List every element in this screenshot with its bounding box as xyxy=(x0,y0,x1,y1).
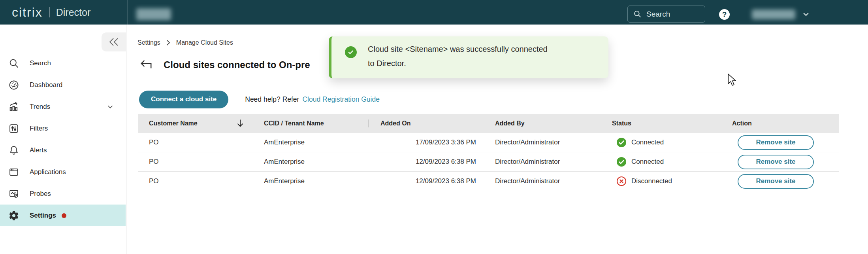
table-row: PO AmEnterprise 12/09/2023 6:38 PM Direc… xyxy=(138,172,839,191)
topbar-divider-right xyxy=(743,0,743,25)
sidebar-item-label: Applications xyxy=(30,168,66,176)
chevron-right-icon xyxy=(165,40,171,46)
filters-icon xyxy=(8,123,20,135)
cell-action: Remove site xyxy=(716,135,839,150)
sidebar-item-dashboard[interactable]: Dashboard xyxy=(0,74,126,96)
cloud-sites-table: Customer Name CCID / Tenant Name Added O… xyxy=(138,114,839,191)
settings-icon xyxy=(8,210,20,222)
settings-notification-dot xyxy=(62,213,66,218)
help-icon[interactable]: ? xyxy=(719,9,730,20)
cell-action: Remove site xyxy=(716,155,839,169)
citrix-director-app: citrix Director Search ? xyxy=(0,0,868,254)
cell-added-on: 12/09/2023 6:38 PM xyxy=(368,158,483,166)
status-text: Disconnected xyxy=(631,177,672,185)
help-line: Need help? Refer Cloud Registration Guid… xyxy=(245,95,380,104)
sidebar-collapse-button[interactable] xyxy=(102,32,126,51)
cell-status: Connected xyxy=(600,137,716,148)
top-bar: citrix Director Search ? xyxy=(0,0,868,25)
help-prefix-text: Need help? Refer xyxy=(245,95,299,104)
column-header-added-by[interactable]: Added By xyxy=(483,114,600,133)
remove-site-button[interactable]: Remove site xyxy=(738,155,814,169)
search-icon xyxy=(633,10,642,18)
back-button[interactable] xyxy=(139,59,154,70)
column-header-ccid[interactable]: CCID / Tenant Name xyxy=(255,114,368,133)
success-toast: Cloud site <Sitename> was successfully c… xyxy=(329,36,608,78)
sidebar-item-label: Search xyxy=(30,59,51,67)
cell-added-on: 17/09/2023 3:36 PM xyxy=(368,138,483,146)
cell-ccid: AmEnterprise xyxy=(255,158,368,166)
status-connected-icon xyxy=(616,157,627,167)
product-name: Director xyxy=(56,7,91,18)
trends-icon xyxy=(8,101,20,113)
sidebar-item-filters[interactable]: Filters xyxy=(0,118,126,139)
toast-message: Cloud site <Sitename> was successfully c… xyxy=(368,42,548,78)
sidebar-item-alerts[interactable]: Alerts xyxy=(0,139,126,161)
alerts-icon xyxy=(8,144,20,156)
sidebar-item-label: Settings xyxy=(30,212,56,220)
site-name-redacted xyxy=(136,8,171,20)
sidebar-item-label: Dashboard xyxy=(30,81,62,89)
cell-ccid: AmEnterprise xyxy=(255,138,368,146)
column-header-action[interactable]: Action xyxy=(716,114,839,133)
search-placeholder: Search xyxy=(646,10,670,19)
sidebar-item-label: Trends xyxy=(30,103,50,111)
back-arrow-icon xyxy=(139,59,154,70)
sidebar-item-trends[interactable]: Trends xyxy=(0,96,126,118)
mouse-cursor xyxy=(726,74,738,89)
cell-added-by: Director/Administrator xyxy=(483,177,600,185)
table-row: PO AmEnterprise 12/09/2023 6:38 PM Direc… xyxy=(138,152,839,172)
double-chevron-left-icon xyxy=(108,38,120,46)
column-header-customer-name[interactable]: Customer Name xyxy=(138,114,255,133)
brand-logo: citrix Director xyxy=(12,0,90,25)
status-disconnected-icon xyxy=(616,176,627,186)
cell-customer-name: PO xyxy=(138,177,255,185)
cell-ccid: AmEnterprise xyxy=(255,177,368,185)
brand-divider xyxy=(49,7,50,17)
success-check-icon xyxy=(345,46,357,58)
table-header: Customer Name CCID / Tenant Name Added O… xyxy=(138,114,839,133)
sidebar-item-probes[interactable]: Probes xyxy=(0,183,126,205)
cell-customer-name: PO xyxy=(138,138,255,146)
dashboard-icon xyxy=(8,79,20,91)
cell-added-by: Director/Administrator xyxy=(483,158,600,166)
cell-status: Connected xyxy=(600,157,716,167)
cell-added-by: Director/Administrator xyxy=(483,138,600,146)
toast-message-line-1: Cloud site <Sitename> was successfully c… xyxy=(368,42,548,56)
citrix-logo: citrix xyxy=(12,5,43,20)
toast-message-line-2: to Director. xyxy=(368,56,548,70)
remove-site-button[interactable]: Remove site xyxy=(738,174,814,189)
page-title: Cloud sites connected to On-pre xyxy=(164,59,310,70)
table-row: PO AmEnterprise 17/09/2023 3:36 PM Direc… xyxy=(138,133,839,152)
sidebar-item-label: Probes xyxy=(30,190,51,198)
connect-cloud-site-button[interactable]: Connect a cloud site xyxy=(139,91,228,108)
cloud-registration-guide-link[interactable]: Cloud Registration Guide xyxy=(302,95,380,104)
sidebar: Search Dashboard xyxy=(0,25,126,254)
search-icon xyxy=(8,57,20,69)
global-search-input[interactable]: Search xyxy=(627,6,705,23)
user-name-redacted xyxy=(752,9,795,19)
remove-site-button[interactable]: Remove site xyxy=(738,135,814,150)
breadcrumb-current: Manage Cloud Sites xyxy=(176,39,233,46)
cell-added-on: 12/09/2023 6:38 PM xyxy=(368,177,483,185)
sidebar-item-settings[interactable]: Settings xyxy=(0,205,126,226)
column-header-status[interactable]: Status xyxy=(600,114,716,133)
user-menu-button[interactable] xyxy=(801,9,811,21)
sidebar-item-label: Alerts xyxy=(30,146,47,154)
sidebar-item-applications[interactable]: Applications xyxy=(0,161,126,183)
cell-status: Disconnected xyxy=(600,176,716,186)
topbar-divider-left xyxy=(127,0,128,25)
chevron-down-icon xyxy=(804,13,808,15)
probes-icon xyxy=(8,188,20,200)
applications-icon xyxy=(8,166,20,178)
status-connected-icon xyxy=(616,137,627,148)
sidebar-item-label: Filters xyxy=(30,125,48,133)
column-header-added-on[interactable]: Added On xyxy=(368,114,483,133)
sort-descending-icon[interactable] xyxy=(236,119,245,128)
status-text: Connected xyxy=(631,138,664,146)
sidebar-item-search[interactable]: Search xyxy=(0,52,126,74)
breadcrumb-settings[interactable]: Settings xyxy=(137,39,160,46)
chevron-down-icon xyxy=(106,102,115,111)
sidebar-nav: Search Dashboard xyxy=(0,52,126,226)
cell-customer-name: PO xyxy=(138,158,255,166)
status-text: Connected xyxy=(631,158,664,166)
